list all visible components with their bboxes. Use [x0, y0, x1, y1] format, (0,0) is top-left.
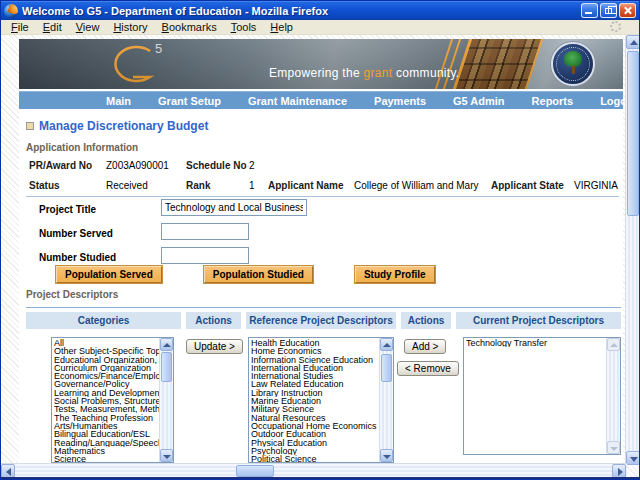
reference-option[interactable]: Law Related Education: [251, 380, 379, 388]
reference-option[interactable]: International Studies: [251, 372, 379, 380]
number-served-input[interactable]: [161, 223, 249, 240]
nav-item[interactable]: Main: [106, 95, 131, 107]
reference-option[interactable]: International Education: [251, 364, 379, 372]
page-content: 5 Empowering the grant community. MainGr…: [19, 39, 623, 465]
update-button[interactable]: Update >: [186, 339, 243, 354]
reference-option[interactable]: Natural Resources: [251, 414, 379, 422]
categories-option[interactable]: Other Subject-Specific Topics: [54, 347, 159, 355]
firefox-icon: [4, 4, 18, 18]
reference-option[interactable]: Physical Education: [251, 439, 379, 447]
project-title-input[interactable]: [161, 199, 307, 216]
categories-option[interactable]: All: [54, 339, 159, 347]
number-studied-input[interactable]: [161, 247, 249, 264]
close-button[interactable]: [619, 3, 636, 18]
menu-item[interactable]: Tools: [225, 21, 263, 33]
menu-item[interactable]: Help: [264, 21, 299, 33]
categories-listbox[interactable]: AllOther Subject-Specific TopicsEducatio…: [51, 337, 174, 463]
nav-item[interactable]: Payments: [374, 95, 426, 107]
arrow-down-icon: [610, 447, 618, 451]
scrollbar-thumb[interactable]: [381, 354, 392, 382]
dept-of-education-seal: [551, 42, 595, 86]
scroll-down-button[interactable]: [626, 451, 640, 465]
current-descriptors-listbox[interactable]: Technology Transfer: [463, 337, 621, 455]
scrollbar-thumb[interactable]: [627, 51, 639, 216]
categories-option[interactable]: Social Problems, Structures, an: [54, 397, 159, 405]
arrow-down-icon: [383, 455, 391, 459]
menu-item[interactable]: Edit: [37, 21, 68, 33]
reference-option[interactable]: Marine Education: [251, 397, 379, 405]
arrow-down-icon: [630, 457, 638, 462]
horizontal-scrollbar[interactable]: [1, 463, 627, 477]
applicant-name-value: College of William and Mary: [354, 180, 479, 191]
banner-diagonal-line: [432, 39, 455, 89]
schedule-no-label: Schedule No: [186, 160, 247, 171]
scroll-up-button[interactable]: [380, 338, 393, 351]
categories-option[interactable]: Learning and Development: [54, 389, 159, 397]
header-actions-2: Actions: [401, 312, 451, 329]
study-profile-button[interactable]: Study Profile: [355, 266, 435, 283]
reference-option[interactable]: Occupational Home Economics: [251, 422, 379, 430]
categories-option[interactable]: Curriculum Organization: [54, 364, 159, 372]
nav-item[interactable]: Grant Setup: [158, 95, 221, 107]
scroll-up-button[interactable]: [626, 35, 640, 49]
menu-item[interactable]: View: [70, 21, 106, 33]
categories-option[interactable]: Bilingual Education/ESL: [54, 430, 159, 438]
reference-scrollbar[interactable]: [379, 338, 393, 462]
reference-option[interactable]: Home Economics: [251, 347, 379, 355]
reference-option[interactable]: Military Science: [251, 405, 379, 413]
reference-option[interactable]: Psychology: [251, 447, 379, 455]
nav-item[interactable]: Grant Maintenance: [248, 95, 347, 107]
scrollbar-thumb[interactable]: [161, 352, 172, 382]
categories-option[interactable]: Arts/Humanities: [54, 422, 159, 430]
reference-option[interactable]: Information Science Education: [251, 356, 379, 364]
scrollbar-thumb[interactable]: [236, 465, 274, 477]
remove-button[interactable]: < Remove: [397, 361, 459, 376]
categories-option[interactable]: Science: [54, 455, 159, 462]
title-bar[interactable]: Welcome to G5 - Department of Education …: [1, 1, 639, 20]
page-background: 5 Empowering the grant community. MainGr…: [1, 35, 639, 479]
categories-option[interactable]: Tests, Measurement, Methodolo: [54, 405, 159, 413]
menu-item[interactable]: Bookmarks: [156, 21, 223, 33]
minimize-button[interactable]: [581, 3, 598, 18]
restore-button[interactable]: [600, 3, 617, 18]
reference-option[interactable]: Library Instruction: [251, 389, 379, 397]
reference-option[interactable]: Outdoor Education: [251, 430, 379, 438]
categories-option[interactable]: The Teaching Profession: [54, 414, 159, 422]
scroll-down-button[interactable]: [160, 449, 173, 462]
categories-scrollbar[interactable]: [159, 338, 173, 462]
current-option[interactable]: Technology Transfer: [466, 339, 606, 347]
menu-item[interactable]: History: [107, 21, 153, 33]
arrow-up-icon: [630, 40, 638, 45]
vertical-scrollbar[interactable]: [625, 35, 639, 465]
nav-item[interactable]: G5 Admin: [453, 95, 505, 107]
close-icon: [623, 6, 632, 15]
categories-option[interactable]: Reading/Language/Speech: [54, 439, 159, 447]
reference-option[interactable]: Health Education: [251, 339, 379, 347]
categories-option[interactable]: Mathematics: [54, 447, 159, 455]
applicant-name-label: Applicant Name: [268, 180, 344, 191]
menu-item[interactable]: File: [5, 21, 35, 33]
window-bottom-edge: [1, 477, 639, 479]
scroll-left-button[interactable]: [1, 464, 15, 478]
reference-option[interactable]: Political Science: [251, 455, 379, 462]
banner-diagonal-line: [440, 39, 463, 89]
scroll-up-button[interactable]: [160, 338, 173, 351]
current-options: Technology Transfer: [464, 338, 606, 454]
categories-option[interactable]: Educational Organization, Proce: [54, 356, 159, 364]
population-studied-button[interactable]: Population Studied: [204, 266, 313, 283]
nav-item[interactable]: Reports: [532, 95, 574, 107]
add-button[interactable]: Add >: [404, 339, 446, 354]
scroll-down-button[interactable]: [380, 449, 393, 462]
categories-option[interactable]: Economics/Finance/Employmen: [54, 372, 159, 380]
scroll-right-button[interactable]: [612, 464, 626, 478]
pr-award-label: PR/Award No: [29, 160, 92, 171]
rank-value: 1: [249, 180, 255, 191]
population-served-button[interactable]: Population Served: [56, 266, 162, 283]
g5-logo-icon: [103, 43, 159, 87]
reference-descriptors-listbox[interactable]: Health EducationHome EconomicsInformatio…: [248, 337, 394, 463]
menu-bar: FileEditViewHistoryBookmarksToolsHelp: [1, 20, 639, 35]
current-scrollbar[interactable]: [606, 338, 620, 454]
seal-tree-trunk: [572, 66, 575, 74]
scroll-down-button-disabled: [607, 441, 620, 454]
categories-option[interactable]: Governance/Policy: [54, 380, 159, 388]
